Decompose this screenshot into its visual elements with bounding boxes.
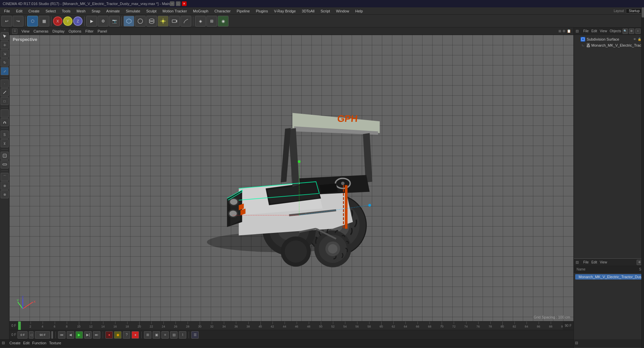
viewport-menu-view[interactable]: View [21,29,30,33]
menu-create[interactable]: Create [26,8,42,14]
frame-range-input[interactable]: 90 F [35,331,50,339]
playback-speed[interactable] [51,331,53,339]
slider-range[interactable]: ◁ [29,331,34,339]
viewport-menu-filter[interactable]: Filter [85,29,93,33]
close-button[interactable]: ✕ [182,1,187,6]
motion-clip[interactable]: ▣ [153,331,160,339]
tractor-row[interactable]: Monarch_MK_V_Electric_Tractor_Dusty 👁 ■ [575,274,643,280]
obj-add[interactable]: + [635,29,641,34]
pen-tool[interactable] [1,109,9,117]
menu-vray[interactable]: V-Ray Bridge [271,8,298,14]
viewport-menu-options[interactable]: Options [68,29,81,33]
keyframe-settings[interactable]: ? [123,331,130,339]
undo-button[interactable]: ↩ [1,16,12,27]
obj-config[interactable]: ⚙ [629,29,634,34]
tractor-item[interactable]: Monarch_MK_V_Electric_Tractor_Dusty [575,42,643,48]
select-tool[interactable] [1,32,9,40]
menu-pipeline[interactable]: Pipeline [234,8,252,14]
effector-tool[interactable]: ⊞ [206,16,217,27]
menu-help[interactable]: Help [352,8,365,14]
maximize-button[interactable]: □ [176,1,181,6]
obj-menu-edit[interactable]: Edit [591,29,597,33]
polygon-mode[interactable]: □ [1,97,9,105]
deformer-tool[interactable]: ◈ [195,16,206,27]
layer1[interactable] [1,152,9,160]
obj-menu-view[interactable]: View [600,29,607,33]
menu-simulate[interactable]: Simulate [123,8,143,14]
layout-selector[interactable]: Startup [626,8,643,13]
menu-motion-tracker[interactable]: Motion Tracker [160,8,190,14]
minimize-button[interactable]: ─ [170,1,175,6]
menu-select[interactable]: Select [43,8,59,14]
dope-sheet[interactable]: ▤ [170,331,178,339]
viewport-dots-icon[interactable]: ⠿ [12,29,17,34]
subdiv-surface-item[interactable]: Subdivision Surface 👁 🔒 [575,36,643,42]
mode-z[interactable]: Z [73,16,83,26]
cube-tool[interactable] [123,16,134,27]
render-preview[interactable]: ▶ [86,16,97,27]
prev-frame-button[interactable]: ◀ [67,331,74,339]
viewport-menu-panel[interactable]: Panel [98,29,107,33]
menu-snap[interactable]: Snap [89,8,103,14]
viewport-menu-display[interactable]: Display [52,29,64,33]
subdiv-eye-icon[interactable]: 👁 [633,38,636,41]
record-keyframe-button[interactable]: ● [105,331,113,339]
render-to-picture[interactable]: 📷 [109,16,120,27]
right-panel-dots[interactable] [576,30,579,33]
obj-menu-objects[interactable]: Objects [610,29,621,33]
mode-x[interactable]: X [53,16,62,26]
record-button[interactable]: ● [132,331,139,339]
menu-plugins[interactable]: Plugins [253,8,270,14]
menu-tools[interactable]: Tools [59,8,73,14]
vp-icon-2[interactable]: ⚙ [562,29,565,33]
light-tool[interactable] [158,16,168,27]
axis-tool[interactable]: ⊗ [1,190,9,198]
attr-dots[interactable] [575,342,578,344]
mode-texture[interactable]: ▦ [39,16,49,27]
knife-tool[interactable]: S [1,131,9,139]
edges-mode[interactable] [1,88,9,96]
mode-model[interactable]: ⬡ [27,16,38,27]
auto-keyframe-button[interactable]: ◉ [114,331,121,339]
mode-y[interactable]: Y [63,16,72,26]
mat-menu-create[interactable]: Create [9,341,20,345]
cylinder-tool[interactable] [146,16,157,27]
sphere-tool[interactable] [135,16,146,27]
layer2[interactable] [1,160,9,168]
viewport[interactable]: Perspective [9,35,574,321]
mat-menu-texture[interactable]: Texture [49,341,61,345]
mat-menu-edit[interactable]: Edit [23,341,30,345]
rb-file[interactable]: File [583,260,589,264]
mirror-tool[interactable]: ⊻ [1,139,9,147]
obj-search[interactable]: 🔍 [623,29,628,34]
generator-tool[interactable]: ◉ [218,16,229,27]
subdiv-lock-icon[interactable]: 🔒 [638,38,641,41]
menu-animate[interactable]: Animate [104,8,122,14]
menu-script[interactable]: Script [318,8,333,14]
menu-window[interactable]: Window [333,8,352,14]
viewport-menu-cameras[interactable]: Cameras [34,29,49,33]
timeline-ruler[interactable]: 0246810121416182022242628303234363840424… [18,321,563,330]
menu-file[interactable]: File [1,8,13,14]
goto-end-button[interactable]: ⏭ [93,331,100,339]
snap-tool[interactable]: ⊕ [1,182,9,190]
timeline-view[interactable]: ≡ [161,331,169,339]
render-settings[interactable]: ⚙ [98,16,108,27]
function-curve[interactable]: ⌇ [179,331,186,339]
obj-menu-file[interactable]: File [583,29,589,33]
redo-button[interactable]: ↪ [13,16,23,27]
rb-edit[interactable]: Edit [591,260,597,264]
right-scrollbar[interactable] [641,7,644,348]
goto-start-button[interactable]: ⏮ [58,331,65,339]
play-button[interactable]: ▶ [76,331,83,339]
mat-dots[interactable] [2,342,5,344]
menu-edit[interactable]: Edit [13,8,25,14]
frame-input-btn[interactable]: 0 F [17,331,28,339]
vp-icon-3[interactable]: 📋 [567,29,571,33]
menu-mograph[interactable]: MoGraph [190,8,211,14]
transform-tool[interactable]: ⤢ [1,67,9,75]
menu-sculpt[interactable]: Sculpt [144,8,159,14]
scale-tool[interactable]: ⇲ [1,50,9,58]
next-frame-button[interactable]: ▶| [84,331,92,339]
rb-view[interactable]: View [600,260,607,264]
